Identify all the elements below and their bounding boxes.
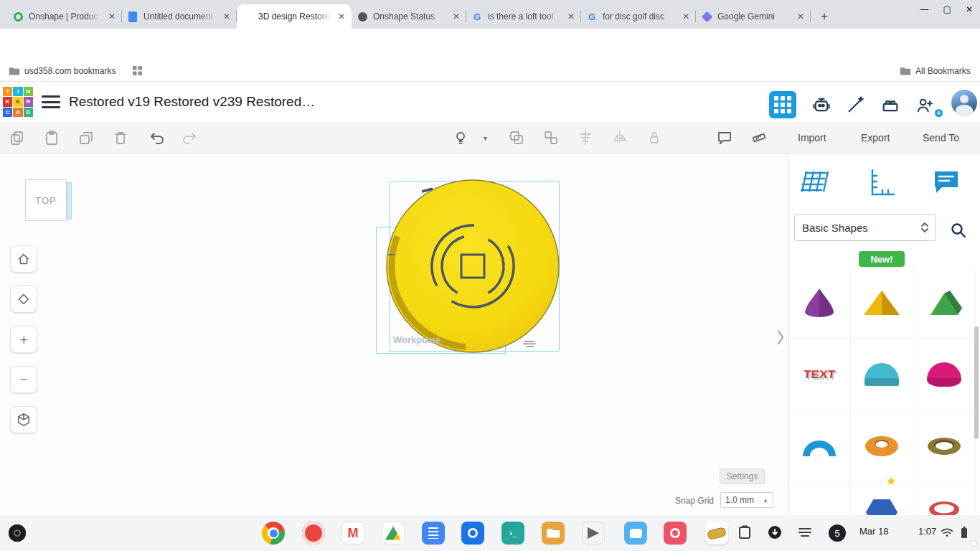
shape-roof[interactable] [913, 267, 976, 339]
gmail-icon[interactable]: M [341, 522, 364, 545]
shape-ring[interactable] [913, 482, 976, 515]
view-cube-side[interactable] [67, 182, 72, 220]
delete-button[interactable] [112, 129, 129, 146]
disc-model[interactable] [385, 179, 560, 354]
tab-onshape-status[interactable]: Onshape Status ✕ [352, 4, 466, 29]
panel-collapse-handle[interactable] [775, 326, 786, 348]
disc-body[interactable] [387, 180, 559, 352]
screen-record-button[interactable] [766, 524, 783, 541]
tinker-tools-button[interactable] [845, 94, 867, 116]
apps-shortcut[interactable] [132, 60, 143, 81]
network-status[interactable] [938, 524, 956, 541]
tinkercad-character-button[interactable] [811, 94, 832, 116]
main-menu-button[interactable] [42, 95, 60, 109]
blocks-button[interactable] [880, 94, 901, 116]
tab-loft-tool-search[interactable]: G is there a loft tool ✕ [466, 4, 581, 29]
messages-icon[interactable] [624, 522, 647, 545]
shape-tube[interactable] [913, 410, 976, 482]
design-title[interactable]: Restored v19 Restored v239 Restored… [69, 82, 315, 122]
new-tab-button[interactable]: + [815, 7, 834, 26]
lock-button[interactable] [646, 129, 663, 146]
logo-tile: K [3, 97, 12, 106]
drive-icon[interactable] [382, 522, 405, 545]
bookmarks-folder[interactable]: usd358.com bookmarks [9, 60, 116, 81]
snap-grid-dropdown[interactable]: 1.0 mm ▲ [720, 492, 773, 508]
terminal-icon[interactable]: ›_ [501, 522, 524, 545]
send-to-button[interactable]: Send To [918, 129, 963, 146]
mirror-button[interactable] [611, 129, 628, 146]
shape-torus[interactable] [851, 410, 913, 482]
shape-search-button[interactable] [946, 218, 971, 242]
tab-close-icon[interactable]: ✕ [336, 11, 347, 22]
undo-button[interactable] [149, 129, 166, 146]
measure-button[interactable] [750, 129, 768, 146]
tab-untitled-document[interactable]: Untitled document ✕ [122, 4, 237, 29]
ungroup-button[interactable] [542, 129, 560, 146]
window-tray-button[interactable] [796, 524, 814, 541]
share-button[interactable] [914, 94, 936, 116]
group-button[interactable] [508, 129, 525, 146]
zoom-out-button[interactable]: − [10, 366, 37, 393]
redo-button[interactable] [181, 129, 198, 146]
design-canvas[interactable]: TOP ＋ − [0, 154, 788, 515]
shape-round-roof[interactable] [851, 339, 913, 410]
shape-pyramid[interactable] [851, 267, 913, 339]
camera-icon[interactable] [664, 522, 687, 545]
tinkercad-logo[interactable]: T I N K E R C A D [3, 87, 33, 117]
tab-close-icon[interactable]: ✕ [681, 11, 691, 22]
tab-disc-golf-search[interactable]: G for disc golf disc ✕ [581, 4, 696, 29]
tab-close-icon[interactable]: ✕ [566, 11, 576, 22]
tab-close-icon[interactable]: ✕ [107, 11, 117, 22]
red-browser-icon[interactable] [302, 522, 325, 545]
tab-3d-design-active[interactable]: 3D design Restore ✕ [237, 4, 352, 29]
files-icon[interactable] [542, 522, 565, 545]
show-all-button[interactable] [452, 129, 469, 146]
time-label[interactable]: 1:07 [918, 526, 936, 537]
shape-half-torus[interactable] [788, 410, 851, 482]
canvas-app-icon[interactable] [461, 522, 484, 545]
chrome-icon[interactable] [262, 522, 285, 545]
tab-close-icon[interactable]: ✕ [222, 11, 232, 22]
settings-button[interactable]: Settings [720, 468, 765, 484]
workplane-tool[interactable] [796, 164, 833, 201]
notification-count-badge[interactable]: 5 [829, 524, 846, 542]
notes-button[interactable] [716, 129, 733, 146]
perspective-toggle-button[interactable] [10, 406, 37, 433]
tab-close-icon[interactable]: ✕ [796, 11, 806, 22]
shape-text[interactable]: TEXT [788, 339, 851, 410]
shape-polygon[interactable]: ★ [851, 482, 913, 515]
panel-scrollbar[interactable] [974, 326, 979, 439]
battery-status[interactable] [956, 524, 973, 541]
screen-capture-preview[interactable] [705, 522, 728, 545]
ruler-tool[interactable] [862, 164, 900, 201]
view-cube[interactable]: TOP [25, 179, 67, 221]
fit-view-button[interactable] [10, 286, 37, 313]
copy-button[interactable] [9, 129, 26, 146]
paste-button[interactable] [43, 129, 60, 146]
clipboard-tray-button[interactable] [736, 524, 753, 541]
tab-close-icon[interactable]: ✕ [451, 11, 461, 22]
notes-tool[interactable] [928, 164, 965, 201]
lightbulb-dropdown-caret[interactable]: ▾ [484, 134, 487, 142]
tab-onshape[interactable]: Onshape | Produc ✕ [7, 4, 122, 29]
export-button[interactable]: Export [857, 129, 894, 146]
dashboard-grid-button[interactable] [769, 91, 796, 118]
tab-google-gemini[interactable]: Google Gemini ✕ [696, 4, 811, 29]
import-button[interactable]: Import [793, 129, 831, 146]
shape-paraboloid[interactable] [788, 267, 851, 339]
all-bookmarks[interactable]: All Bookmarks [900, 60, 971, 81]
shape-category-select[interactable]: Basic Shapes [794, 214, 936, 241]
maximize-button[interactable]: ▢ [943, 4, 951, 14]
minimize-button[interactable]: — [920, 4, 929, 14]
launcher-button[interactable] [9, 524, 26, 542]
home-view-button[interactable] [10, 245, 37, 273]
docs-icon[interactable] [422, 522, 445, 545]
close-window-button[interactable]: ✕ [966, 4, 973, 14]
align-button[interactable] [577, 129, 594, 146]
play-store-icon[interactable] [582, 522, 605, 545]
date-label[interactable]: Mar 18 [859, 526, 888, 537]
shape-half-sphere[interactable] [913, 339, 976, 410]
account-avatar[interactable] [951, 90, 977, 116]
duplicate-button[interactable] [77, 129, 95, 146]
zoom-in-button[interactable]: ＋ [10, 326, 37, 353]
